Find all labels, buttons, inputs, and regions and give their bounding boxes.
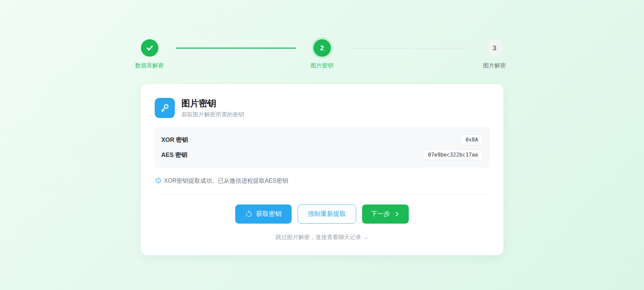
step2-number-circle: 2 [313,39,331,57]
force-reextract-button[interactable]: 强制重新提取 [298,205,356,224]
key-panel: XOR 密钥 0x8A AES 密钥 07e9bec322bc17ae [155,127,490,168]
status-text: XOR密钥提取成功。已从微信进程提取AES密钥 [164,177,288,185]
aes-key-value: 07e9bec322bc17ae [423,150,483,160]
step-image-key: 2 图片密钥 [306,39,338,69]
xor-key-value: 0x8A [461,134,483,145]
image-key-card: 图片密钥 获取图片解密所需的密钥 XOR 密钥 0x8A AES 密钥 07e9… [141,84,503,255]
step-database-decrypt: 数据库解密 [134,39,166,69]
step1-check-circle [141,39,158,57]
xor-key-label: XOR 密钥 [161,136,188,144]
card-header: 图片密钥 获取图片解密所需的密钥 [155,98,490,118]
skip-image-decrypt-link[interactable]: 跳过图片解密，直接查看聊天记录 → [276,234,368,240]
step1-label: 数据库解密 [135,62,164,69]
page-background: 数据库解密 2 图片密钥 3 图片解密 [0,0,644,290]
connector-pending [348,48,468,49]
status-row: XOR密钥提取成功。已从微信进程提取AES密钥 [155,177,490,185]
skip-row: 跳过图片解密，直接查看聊天记录 → [155,233,490,241]
action-buttons: 获取密钥 强制重新提取 下一步 [155,205,490,224]
header-text: 图片密钥 获取图片解密所需的密钥 [182,98,244,118]
refresh-icon [245,211,252,218]
key-icon [155,98,175,118]
aes-key-label: AES 密钥 [161,151,188,159]
fetch-key-button[interactable]: 获取密钥 [235,205,292,224]
card-title: 图片密钥 [182,99,244,109]
step2-label: 图片密钥 [311,62,334,69]
check-icon [145,44,154,52]
card-subtitle: 获取图片解密所需的密钥 [182,111,244,118]
step3-number-circle: 3 [486,39,503,57]
wizard-stepper: 数据库解密 2 图片密钥 3 图片解密 [134,0,511,69]
next-step-button[interactable]: 下一步 [362,205,409,224]
fetch-key-label: 获取密钥 [256,210,282,218]
connector-completed [176,48,296,49]
chevron-right-icon [394,211,400,217]
next-step-label: 下一步 [371,210,390,218]
info-icon [155,178,161,183]
step3-label: 图片解密 [483,62,506,69]
xor-key-row: XOR 密钥 0x8A [161,132,483,148]
divider [155,194,490,194]
aes-key-row: AES 密钥 07e9bec322bc17ae [161,148,483,163]
force-reextract-label: 强制重新提取 [308,210,346,218]
step-image-decrypt: 3 图片解密 [479,39,511,69]
